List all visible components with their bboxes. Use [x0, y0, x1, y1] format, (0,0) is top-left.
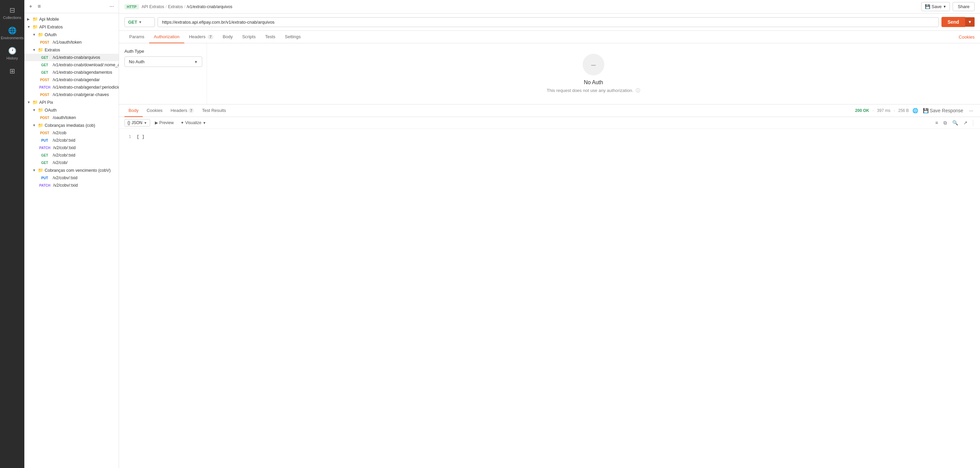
- tree-item-path: /v2/cobv/:txid: [53, 183, 78, 188]
- tree-item-label: API Pix: [39, 100, 53, 105]
- list-item[interactable]: POST /v1/extrato-cnab/gerar-chaves: [24, 91, 119, 99]
- sidebar-item-environments-label: Environments: [1, 36, 23, 40]
- collections-list: ▶ 📁 Api Mobile ▼ 📁 API Extratos ▼ 📁 OAut…: [24, 13, 119, 468]
- format-value: JSON: [132, 120, 142, 125]
- collections-panel: + ≡ ··· ▶ 📁 Api Mobile ▼ 📁 API Extratos …: [24, 0, 119, 468]
- breadcrumb: API Extratos / Extratos / /v1/extrato-cn…: [142, 5, 232, 9]
- format-select[interactable]: {} JSON ▼: [124, 119, 150, 126]
- chevron-down-icon: ▼: [32, 33, 37, 37]
- save-dropdown-icon: ▼: [943, 5, 946, 8]
- list-item[interactable]: PUT /v2/cobv/:txid: [24, 174, 119, 181]
- main-content: HTTP API Extratos / Extratos / /v1/extra…: [119, 0, 980, 468]
- filter-button[interactable]: ≡: [36, 3, 42, 10]
- response-tab-cookies[interactable]: Cookies: [143, 105, 167, 117]
- method-select[interactable]: GET ▼: [124, 17, 155, 27]
- list-item[interactable]: ▼ 📁 Cobranças imediatas (cob): [24, 121, 119, 129]
- list-item[interactable]: ▼ 📁 Cobranças com vencimento (cobV): [24, 166, 119, 174]
- list-item[interactable]: GET /v1/extrato-cnab/agendamentos: [24, 68, 119, 76]
- list-item[interactable]: ▼ 📁 OAuth: [24, 106, 119, 114]
- response-tab-headers[interactable]: Headers 7: [167, 105, 198, 117]
- list-item[interactable]: GET /v2/cob/: [24, 159, 119, 166]
- list-item[interactable]: ▶ 📁 Api Mobile: [24, 15, 119, 23]
- breadcrumb-extratos[interactable]: Extratos: [168, 5, 183, 9]
- open-link-button[interactable]: ↗: [962, 119, 969, 126]
- preview-button[interactable]: ▶ Preview: [153, 119, 176, 126]
- list-item[interactable]: POST /v1/extrato-cnab/agendar: [24, 76, 119, 84]
- response-divider: [973, 120, 973, 126]
- folder-icon: 📁: [32, 24, 38, 29]
- tab-tests[interactable]: Tests: [260, 31, 280, 43]
- tab-scripts[interactable]: Scripts: [237, 31, 260, 43]
- method-post-badge: POST: [38, 116, 51, 120]
- http-badge: HTTP: [124, 4, 139, 10]
- method-post-badge: POST: [38, 40, 51, 45]
- auth-type-select[interactable]: No Auth ▼: [124, 56, 202, 67]
- send-button[interactable]: Send: [942, 17, 965, 27]
- tree-item-path: /oauth/token: [53, 115, 76, 120]
- tab-params[interactable]: Params: [124, 31, 149, 43]
- workspaces-icon: ⊞: [10, 67, 15, 75]
- breadcrumb-api-extratos[interactable]: API Extratos: [142, 5, 164, 9]
- chevron-down-icon: ▼: [32, 169, 37, 172]
- response-body-toolbar: {} JSON ▼ ▶ Preview ✦ Visualize ▼ ≡ ⧉ 🔍 …: [119, 117, 980, 129]
- response-code-area: 1 [ ]: [124, 132, 975, 142]
- response-tab-test-results[interactable]: Test Results: [198, 105, 230, 117]
- list-item[interactable]: GET /v2/cob/:txid: [24, 151, 119, 159]
- folder-icon: 📁: [38, 32, 43, 37]
- list-item[interactable]: POST /oauth/token: [24, 114, 119, 121]
- tree-item-label: OAuth: [45, 32, 56, 37]
- list-item[interactable]: ▼ 📁 API Pix: [24, 99, 119, 106]
- tree-item-label: Extratos: [45, 48, 60, 53]
- list-item[interactable]: ▼ 📁 OAuth: [24, 31, 119, 38]
- sidebar-item-history-label: History: [6, 56, 18, 60]
- sidebar-item-history[interactable]: 🕐 History: [0, 43, 24, 64]
- list-item[interactable]: PUT /v2/cob/:txid: [24, 137, 119, 144]
- add-collection-button[interactable]: +: [28, 3, 33, 10]
- share-button[interactable]: Share: [953, 2, 975, 11]
- auth-left-panel: Auth Type No Auth ▼: [119, 43, 207, 104]
- url-input[interactable]: [158, 17, 939, 27]
- list-item[interactable]: GET /v1/extrato-cnab/download/:nome_arqu…: [24, 61, 119, 68]
- format-dropdown-icon: ▼: [144, 121, 147, 125]
- more-options-button[interactable]: ···: [108, 3, 115, 10]
- copy-button[interactable]: ⧉: [942, 119, 948, 126]
- visualize-button[interactable]: ✦ Visualize ▼: [178, 119, 208, 126]
- list-item[interactable]: PATCH /v2/cobv/:txid: [24, 181, 119, 189]
- auth-type-value: No Auth: [129, 59, 145, 64]
- tab-body[interactable]: Body: [218, 31, 238, 43]
- search-response-button[interactable]: 🔍: [951, 119, 959, 126]
- list-item[interactable]: PATCH /v2/cob/:txid: [24, 144, 119, 151]
- tree-item-path: /v1/extrato-cnab/agendar: [53, 78, 100, 82]
- response-more-button[interactable]: ···: [968, 107, 975, 114]
- send-dropdown-button[interactable]: ▼: [965, 17, 975, 27]
- folder-icon: 📁: [38, 108, 43, 113]
- method-get-badge: GET: [38, 70, 51, 75]
- tree-item-path: /v2/cob/: [53, 160, 68, 165]
- list-item[interactable]: GET /v1/extrato-cnab/arquivos: [24, 54, 119, 61]
- response-size: 256 B: [898, 108, 908, 113]
- sidebar-item-collections[interactable]: ⊟ Collections: [0, 3, 24, 23]
- save-button[interactable]: 💾 Save ▼: [921, 2, 950, 11]
- save-response-button[interactable]: 💾 Save Response: [921, 107, 965, 114]
- request-tabs: Params Authorization Headers 7 Body Scri…: [119, 31, 980, 43]
- tab-headers[interactable]: Headers 7: [184, 31, 218, 43]
- list-item[interactable]: PATCH /v1/extrato-cnab/agendar/:periodic…: [24, 84, 119, 91]
- sidebar-item-workspaces[interactable]: ⊞: [0, 64, 24, 78]
- tree-item-label: API Extratos: [39, 25, 62, 29]
- meta-separator1: ·: [872, 108, 873, 113]
- preview-icon: ▶: [155, 120, 158, 125]
- sidebar-item-environments[interactable]: 🌐 Environments: [0, 23, 24, 43]
- list-item[interactable]: POST /v1/oauth/token: [24, 38, 119, 46]
- list-item[interactable]: ▼ 📁 API Extratos: [24, 23, 119, 31]
- code-line: 1 [ ]: [124, 134, 975, 139]
- wrap-text-button[interactable]: ≡: [934, 119, 939, 126]
- tab-authorization[interactable]: Authorization: [149, 31, 184, 43]
- no-auth-icon: –: [583, 54, 604, 75]
- response-tab-body[interactable]: Body: [124, 105, 143, 117]
- list-item[interactable]: POST /v2/cob: [24, 129, 119, 137]
- collections-icon: ⊟: [10, 6, 15, 14]
- environments-icon: 🌐: [8, 26, 17, 35]
- cookies-link[interactable]: Cookies: [959, 35, 975, 40]
- list-item[interactable]: ▼ 📁 Extratos: [24, 46, 119, 54]
- tab-settings[interactable]: Settings: [280, 31, 305, 43]
